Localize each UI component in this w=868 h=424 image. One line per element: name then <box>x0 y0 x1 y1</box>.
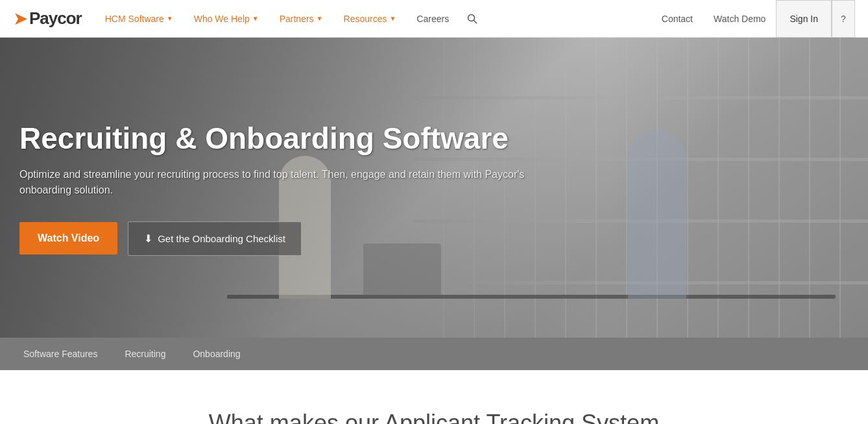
sub-nav-label-features: Software Features <box>23 349 97 359</box>
nav-item-hcm-software[interactable]: HCM Software ▼ <box>95 0 184 38</box>
svg-point-0 <box>468 14 475 21</box>
contact-link[interactable]: Contact <box>651 0 703 38</box>
download-icon: ⬇ <box>144 232 152 245</box>
svg-line-1 <box>474 20 477 23</box>
sub-nav: Software Features Recruiting Onboarding <box>0 338 868 370</box>
main-nav: HCM Software ▼ Who We Help ▼ Partners ▼ … <box>95 0 651 38</box>
nav-label-who-we-help: Who We Help <box>194 14 250 24</box>
nav-label-resources: Resources <box>344 14 387 24</box>
checklist-label: Get the Onboarding Checklist <box>158 233 285 244</box>
watch-demo-link[interactable]: Watch Demo <box>703 0 776 38</box>
logo[interactable]: ➤ Paycor <box>13 8 82 29</box>
nav-item-resources[interactable]: Resources ▼ <box>333 0 407 38</box>
logo-bird-icon: ➤ <box>13 8 28 29</box>
search-icon <box>467 14 477 24</box>
lower-section-title: What makes our Applicant Tracking System… <box>207 409 661 424</box>
sign-in-label: Sign In <box>790 14 818 24</box>
nav-item-careers[interactable]: Careers <box>406 0 459 38</box>
hero-title: Recruiting & Onboarding Software <box>19 122 545 155</box>
nav-item-who-we-help[interactable]: Who We Help ▼ <box>184 0 269 38</box>
nav-label-partners: Partners <box>280 14 314 24</box>
hero-subtitle: Optimize and streamline your recruiting … <box>19 167 545 198</box>
search-button[interactable] <box>459 0 485 38</box>
chevron-down-icon: ▼ <box>317 15 323 22</box>
help-button[interactable]: ? <box>832 0 855 38</box>
sub-nav-label-onboarding: Onboarding <box>193 349 240 359</box>
sign-in-button[interactable]: Sign In <box>776 0 832 38</box>
nav-item-partners[interactable]: Partners ▼ <box>269 0 333 38</box>
watch-video-button[interactable]: Watch Video <box>19 222 117 255</box>
contact-label: Contact <box>662 14 693 24</box>
chevron-down-icon: ▼ <box>167 15 173 22</box>
chevron-down-icon: ▼ <box>389 15 396 22</box>
help-label: ? <box>841 14 846 24</box>
nav-label-hcm: HCM Software <box>105 14 164 24</box>
watch-demo-label: Watch Demo <box>714 14 766 24</box>
hero-content: Recruiting & Onboarding Software Optimiz… <box>0 38 564 256</box>
person-right-silhouette <box>628 130 686 299</box>
logo-text: Paycor <box>29 8 82 29</box>
sub-nav-onboarding[interactable]: Onboarding <box>189 338 244 370</box>
lower-section: What makes our Applicant Tracking System… <box>0 370 868 424</box>
hero-section: Recruiting & Onboarding Software Optimiz… <box>0 38 868 338</box>
sub-nav-label-recruiting: Recruiting <box>125 349 165 359</box>
get-checklist-button[interactable]: ⬇ Get the Onboarding Checklist <box>128 221 302 256</box>
header-right-actions: Contact Watch Demo Sign In ? <box>651 0 855 38</box>
sub-nav-recruiting[interactable]: Recruiting <box>121 338 169 370</box>
nav-label-careers: Careers <box>416 14 449 24</box>
main-header: ➤ Paycor HCM Software ▼ Who We Help ▼ Pa… <box>0 0 868 38</box>
hero-buttons: Watch Video ⬇ Get the Onboarding Checkli… <box>19 221 545 256</box>
sub-nav-software-features[interactable]: Software Features <box>19 338 101 370</box>
chevron-down-icon: ▼ <box>252 15 259 22</box>
